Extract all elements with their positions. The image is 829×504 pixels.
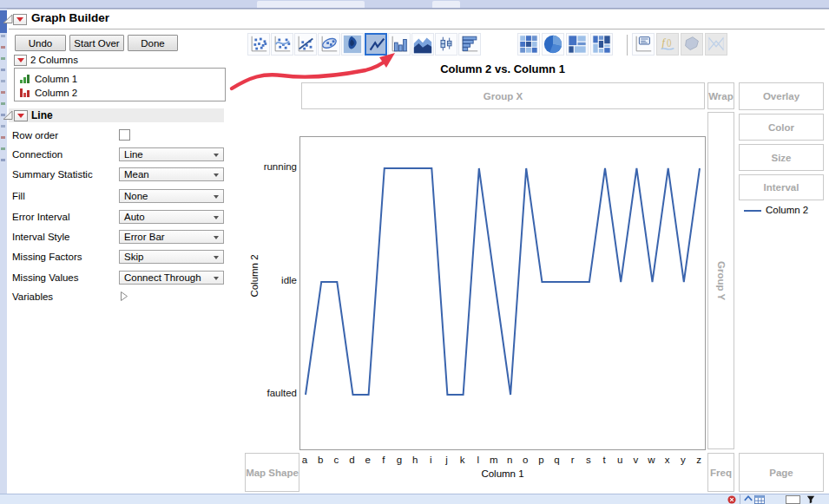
interval-style-dropdown[interactable]: Error Bar (119, 230, 224, 244)
start-over-button[interactable]: Start Over (69, 35, 124, 51)
chart-type-histogram-icon[interactable] (458, 33, 481, 56)
chevron-down-icon (214, 173, 219, 177)
edge-row-marker (1, 159, 5, 161)
drop-zone-group-y[interactable]: Group Y (707, 112, 734, 449)
drop-zone-interval[interactable]: Interval (739, 174, 824, 200)
summary-statistic-dropdown[interactable]: Mean (119, 167, 224, 181)
chart-type-map-shape-icon[interactable] (681, 33, 703, 56)
chart-type-formula-icon[interactable]: f() (656, 33, 679, 56)
plot-area[interactable] (299, 136, 706, 450)
red-triangle-menu-icon[interactable] (13, 14, 27, 25)
dropdown-value: None (124, 191, 148, 201)
column-name: Column 1 (35, 74, 77, 84)
x-tick-label: i (426, 455, 435, 465)
x-tick-label: n (505, 455, 514, 465)
line-red-triangle-menu-icon[interactable] (14, 110, 28, 121)
drop-zone-wrap[interactable]: Wrap (707, 82, 734, 109)
window-edge-strip (0, 9, 7, 504)
x-tick-label: v (631, 455, 640, 465)
series-line[interactable] (306, 168, 700, 395)
error-interval-dropdown[interactable]: Auto (119, 210, 224, 224)
x-tick-label: s (584, 455, 593, 465)
x-tick-label: l (474, 455, 483, 465)
ordinal-green-bars-icon (19, 73, 30, 84)
red-triangle (17, 58, 24, 62)
summary-statistic-label: Summary Statistic (12, 169, 93, 180)
chart-type-ellipse-icon[interactable] (318, 33, 340, 56)
fill-dropdown[interactable]: None (119, 189, 224, 203)
chevron-down-icon (214, 216, 219, 219)
selection-box-icon[interactable] (786, 495, 800, 504)
alert-icon[interactable] (727, 495, 737, 504)
drop-zone-overlay[interactable]: Overlay (739, 82, 824, 110)
nominal-red-bars-icon (19, 87, 30, 98)
variables-label: Variables (12, 291, 53, 302)
filter-icon[interactable] (806, 495, 816, 504)
statusbar-separator (740, 494, 740, 504)
chart-type-heatmap-icon[interactable] (517, 33, 540, 56)
section-title: Line (31, 109, 53, 121)
edge-row-marker (1, 35, 5, 37)
graph-title: Column 2 vs. Column 1 (299, 62, 706, 75)
disclosure-open-icon[interactable] (3, 110, 13, 121)
column-list-item[interactable]: Column 1 (19, 72, 77, 85)
report-top-border (7, 9, 829, 10)
y-tick-label: running (234, 161, 297, 172)
edge-row-marker (1, 147, 5, 150)
line-chart (300, 137, 705, 449)
missing-values-dropdown[interactable]: Connect Through (119, 271, 224, 285)
red-triangle (16, 17, 23, 22)
chevron-down-icon (214, 256, 219, 259)
error-interval-label: Error Interval (12, 212, 69, 222)
toolbar-divider (627, 35, 628, 56)
x-tick-label: z (694, 455, 703, 465)
column-list-item[interactable]: Column 2 (19, 86, 77, 99)
columns-red-triangle-menu-icon[interactable] (14, 55, 27, 66)
svg-text:f: f (662, 36, 667, 49)
chart-type-box-plot-icon[interactable] (435, 33, 457, 56)
row-order-checkbox[interactable] (119, 129, 130, 141)
chart-type-area-icon[interactable] (411, 33, 434, 56)
chart-type-bar-icon[interactable] (388, 33, 411, 56)
chart-type-scatter-icon[interactable] (247, 33, 270, 56)
connection-dropdown[interactable]: Line (119, 147, 224, 161)
undo-button[interactable]: Undo (15, 35, 66, 51)
columns-list[interactable]: Column 1 Column 2 (14, 68, 226, 101)
done-button[interactable]: Done (128, 35, 178, 51)
drop-zone-map-shape[interactable]: Map Shape (245, 453, 299, 492)
edge-row-marker (1, 125, 5, 128)
chart-type-caption-box-icon[interactable] (632, 33, 655, 56)
x-tick-label: d (347, 455, 356, 465)
drop-zone-color[interactable]: Color (739, 114, 824, 141)
chrome-tab-segment (432, 1, 460, 8)
chart-type-mosaic-icon[interactable] (590, 33, 613, 56)
drop-zone-freq[interactable]: Freq (707, 453, 734, 492)
dropdown-value: Connect Through (124, 272, 201, 283)
drop-zone-group-x[interactable]: Group X (301, 82, 705, 109)
chart-type-contour-icon[interactable] (341, 33, 364, 56)
edge-row-marker (1, 57, 5, 60)
chart-type-line-of-fit-icon[interactable] (294, 33, 317, 56)
y-tick-label: idle (234, 275, 297, 285)
connection-label: Connection (12, 149, 63, 160)
chart-type-line-icon[interactable] (365, 33, 387, 56)
x-axis-title[interactable]: Column 1 (299, 468, 706, 479)
missing-factors-dropdown[interactable]: Skip (119, 250, 224, 264)
fill-label: Fill (12, 191, 25, 201)
home-icon[interactable] (743, 495, 753, 504)
chart-type-parallel-icon[interactable] (705, 33, 727, 56)
dropdown-value: Error Bar (124, 232, 165, 242)
chart-type-smoother-icon[interactable] (271, 33, 293, 56)
table-icon[interactable] (753, 495, 766, 504)
x-tick-label: o (521, 455, 530, 465)
drop-zone-size[interactable]: Size (739, 144, 824, 171)
chart-type-pie-icon[interactable] (542, 33, 564, 56)
red-triangle (17, 114, 24, 118)
disclosure-open-icon[interactable] (3, 14, 13, 24)
variables-disclosure-icon[interactable] (120, 291, 128, 302)
chrome-tab-segment (257, 1, 365, 8)
x-tick-label: c (332, 455, 340, 465)
chart-type-treemap-icon[interactable] (566, 33, 589, 56)
drop-zone-page[interactable]: Page (739, 453, 824, 492)
x-tick-label: a (300, 455, 309, 465)
